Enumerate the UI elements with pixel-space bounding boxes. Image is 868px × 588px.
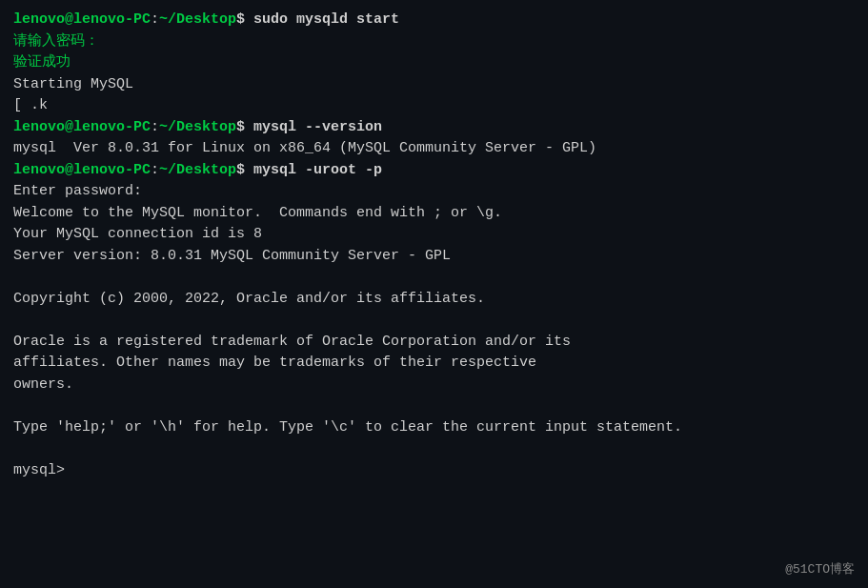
prompt-path: ~/Desktop (159, 11, 236, 28)
spacer-line (13, 395, 855, 417)
terminal-line: mysql> (13, 460, 855, 482)
output-text: owners. (13, 376, 73, 393)
terminal-line: Enter password: (13, 181, 855, 203)
terminal-line: lenovo@lenovo-PC:~/Desktop$ mysql -uroot… (13, 160, 855, 182)
output-text: affiliates. Other names may be trademark… (13, 355, 536, 371)
output-text: Your MySQL connection id is 8 (13, 226, 262, 242)
output-green: 验证成功 (13, 54, 71, 71)
terminal-line: mysql Ver 8.0.31 for Linux on x86_64 (My… (13, 138, 855, 160)
cmd-text: mysql --version (253, 119, 382, 135)
terminal-line: Oracle is a registered trademark of Orac… (13, 332, 855, 354)
terminal-line: lenovo@lenovo-PC:~/Desktop$ sudo mysqld … (13, 10, 855, 31)
spacer-line (13, 438, 855, 460)
output-text: Welcome to the MySQL monitor. Commands e… (13, 205, 502, 221)
mysql-prompt: mysql> (13, 462, 65, 478)
terminal-line: 请输入密码： (13, 31, 855, 53)
terminal-line: Starting MySQL (13, 74, 855, 96)
spacer-line (13, 267, 855, 289)
output-text: [ .k (13, 97, 48, 113)
output-text: Server version: 8.0.31 MySQL Community S… (13, 248, 451, 264)
cmd-text: mysql -uroot -p (253, 162, 382, 178)
prompt-path: ~/Desktop (159, 119, 236, 135)
terminal-line: owners. (13, 375, 855, 396)
output-text: Starting MySQL (13, 76, 133, 92)
terminal-window: lenovo@lenovo-PC:~/Desktop$ sudo mysqld … (0, 0, 868, 588)
terminal-line: affiliates. Other names may be trademark… (13, 353, 855, 375)
prompt-dollar: $ (236, 11, 253, 28)
watermark: @51CTO博客 (785, 560, 855, 579)
terminal-line: Your MySQL connection id is 8 (13, 224, 855, 246)
prompt-dollar: $ (236, 119, 253, 135)
terminal-line: lenovo@lenovo-PC:~/Desktop$ mysql --vers… (13, 117, 855, 139)
terminal-line: Copyright (c) 2000, 2022, Oracle and/or … (13, 289, 855, 311)
cmd-text: sudo mysqld start (253, 11, 399, 28)
terminal-line: [ .k (13, 95, 855, 117)
prompt-user: lenovo@lenovo-PC (13, 119, 151, 135)
prompt-colon: : (151, 162, 159, 178)
output-text: Oracle is a registered trademark of Orac… (13, 334, 571, 350)
output-text: mysql Ver 8.0.31 for Linux on x86_64 (My… (13, 140, 596, 156)
terminal-line: Welcome to the MySQL monitor. Commands e… (13, 203, 855, 225)
prompt-colon: : (151, 11, 159, 28)
terminal-line: Server version: 8.0.31 MySQL Community S… (13, 246, 855, 268)
prompt-user: lenovo@lenovo-PC (13, 162, 151, 178)
terminal-line: 验证成功 (13, 52, 855, 74)
output-text: Enter password: (13, 183, 142, 199)
terminal-line: Type 'help;' or '\h' for help. Type '\c'… (13, 417, 855, 439)
output-green: 请输入密码： (13, 33, 99, 50)
prompt-user: lenovo@lenovo-PC (13, 11, 151, 28)
output-text: Copyright (c) 2000, 2022, Oracle and/or … (13, 291, 485, 307)
prompt-dollar: $ (236, 162, 253, 178)
prompt-path: ~/Desktop (159, 162, 236, 178)
prompt-colon: : (151, 119, 159, 135)
output-text: Type 'help;' or '\h' for help. Type '\c'… (13, 419, 682, 436)
spacer-line (13, 310, 855, 332)
